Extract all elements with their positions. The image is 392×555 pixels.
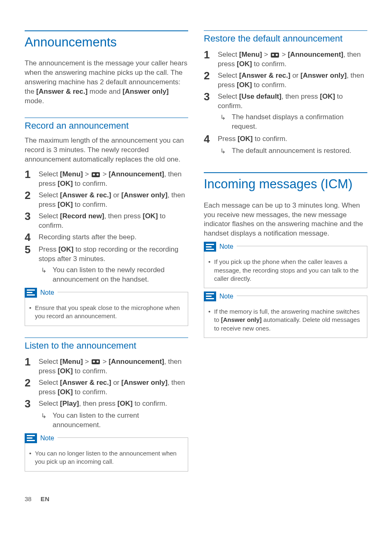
step-number: 2 xyxy=(204,70,218,82)
step-item: 3Select [Record new], then press [OK] to… xyxy=(25,210,188,231)
step-item: 4Press [OK] to confirm. xyxy=(204,133,367,145)
heading-listen: Listen to the announcement xyxy=(25,338,188,351)
note-label: Note xyxy=(37,433,58,444)
result-text: The default announcement is restored. xyxy=(232,146,351,156)
intro-record: The maximum length of the announcement y… xyxy=(25,136,188,164)
heading-record: Record an announcement xyxy=(25,118,188,131)
step-item: 1Select [Menu] > > [Announcement], then … xyxy=(25,356,188,376)
result-arrow-icon: ↳ xyxy=(41,266,53,274)
step-number: 3 xyxy=(25,210,39,222)
step-number: 5 xyxy=(25,244,39,256)
note-icon xyxy=(25,433,37,443)
step-text: Select [Record new], then press [OK] to … xyxy=(39,210,188,231)
step-item: 3Select [Use default], then press [OK] t… xyxy=(204,91,367,111)
note-text: If you pick up the phone when the caller… xyxy=(214,258,363,283)
step-number: 2 xyxy=(25,190,39,201)
result-arrow-icon: ↳ xyxy=(220,113,232,121)
step-text: Press [OK] to confirm. xyxy=(218,133,287,144)
step-text: Recording starts after the beep. xyxy=(39,231,136,242)
note-text: If the memory is full, the answering mac… xyxy=(214,308,363,333)
step-text: Select [Menu] > > [Announcement], then p… xyxy=(39,356,188,376)
heading-restore: Restore the default announcement xyxy=(204,30,367,44)
step-item: 4Recording starts after the beep. xyxy=(25,231,188,243)
page-number: 38 xyxy=(25,495,32,502)
note-record: Note •Ensure that you speak close to the… xyxy=(25,292,188,326)
result-text: You can listen to the current announceme… xyxy=(53,411,188,430)
step-result: ↳You can listen to the current announcem… xyxy=(41,411,188,430)
note-label: Note xyxy=(216,291,237,302)
step-text: Select [Menu] > > [Announcement], then p… xyxy=(39,169,188,189)
step-text: Select [Use default], then press [OK] to… xyxy=(218,91,367,111)
step-text: Press [OK] to stop recording or the reco… xyxy=(39,244,188,264)
note-icm-2: Note •If the memory is full, the answeri… xyxy=(204,296,367,338)
step-item: 1Select [Menu] > > [Announcement], then … xyxy=(204,49,367,69)
step-result: ↳The default announcement is restored. xyxy=(220,146,367,156)
step-item: 2Select [Answer & rec.] or [Answer only]… xyxy=(204,70,367,90)
left-column: Announcements The announcement is the me… xyxy=(25,30,188,479)
result-arrow-icon: ↳ xyxy=(220,146,232,155)
note-text: Ensure that you speak close to the micro… xyxy=(35,304,184,321)
step-result: ↳You can listen to the newly recorded an… xyxy=(41,266,188,284)
note-icon xyxy=(204,242,216,252)
step-number: 3 xyxy=(25,398,39,410)
intro-announcements: The announcement is the message your cal… xyxy=(25,59,188,106)
step-number: 3 xyxy=(204,91,218,103)
tape-icon xyxy=(92,359,100,364)
tape-icon xyxy=(271,53,279,58)
steps-restore: 1Select [Menu] > > [Announcement], then … xyxy=(204,49,367,156)
page-footer: 38 EN xyxy=(25,495,367,502)
note-icm-1: Note •If you pick up the phone when the … xyxy=(204,246,367,288)
result-text: You can listen to the newly recorded ann… xyxy=(53,266,188,284)
right-column: Restore the default announcement 1Select… xyxy=(204,30,367,479)
note-text: You can no longer listen to the announce… xyxy=(35,449,184,466)
steps-listen: 1Select [Menu] > > [Announcement], then … xyxy=(25,356,188,430)
result-arrow-icon: ↳ xyxy=(41,411,53,420)
note-icon xyxy=(25,288,37,298)
step-item: 3Select [Play], then press [OK] to confi… xyxy=(25,398,188,410)
step-number: 4 xyxy=(204,133,218,145)
tape-icon xyxy=(92,172,100,177)
step-text: Select [Menu] > > [Announcement], then p… xyxy=(218,49,367,69)
note-icon xyxy=(204,291,216,301)
heading-announcements: Announcements xyxy=(25,30,188,50)
page-lang: EN xyxy=(41,495,50,502)
note-label: Note xyxy=(216,241,237,252)
steps-record: 1Select [Menu] > > [Announcement], then … xyxy=(25,169,188,284)
step-result: ↳The handset displays a confirmation req… xyxy=(220,113,367,132)
step-number: 1 xyxy=(25,356,39,368)
step-item: 1Select [Menu] > > [Announcement], then … xyxy=(25,169,188,189)
step-item: 2Select [Answer & rec.] or [Answer only]… xyxy=(25,377,188,397)
note-label: Note xyxy=(37,287,58,298)
step-text: Select [Answer & rec.] or [Answer only],… xyxy=(39,377,188,397)
note-listen: Note •You can no longer listen to the an… xyxy=(25,437,188,472)
step-item: 5Press [OK] to stop recording or the rec… xyxy=(25,244,188,264)
step-item: 2Select [Answer & rec.] or [Answer only]… xyxy=(25,190,188,210)
heading-icm: Incoming messages (ICM) xyxy=(204,172,367,192)
step-number: 1 xyxy=(25,169,39,180)
step-number: 2 xyxy=(25,377,39,389)
step-text: Select [Answer & rec.] or [Answer only],… xyxy=(218,70,367,90)
intro-icm: Each message can be up to 3 minutes long… xyxy=(204,201,367,239)
step-text: Select [Play], then press [OK] to confir… xyxy=(39,398,167,409)
step-text: Select [Answer & rec.] or [Answer only],… xyxy=(39,190,188,210)
result-text: The handset displays a confirmation requ… xyxy=(232,113,367,132)
step-number: 1 xyxy=(204,49,218,61)
step-number: 4 xyxy=(25,231,39,243)
